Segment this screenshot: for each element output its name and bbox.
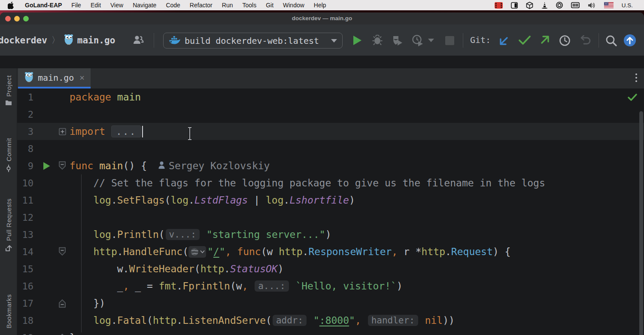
token-plain xyxy=(290,280,296,292)
run-button[interactable] xyxy=(351,34,364,47)
menu-item-window[interactable]: Window xyxy=(278,2,309,9)
code-with-me-users-icon[interactable] xyxy=(132,35,144,47)
sidebar-item-label: Bookmarks xyxy=(5,294,12,329)
token-pkg: http xyxy=(422,246,445,257)
token-kw: nil xyxy=(425,315,443,326)
token-strlink: :8000 xyxy=(319,315,349,326)
code-line-19[interactable]: 19} xyxy=(17,329,644,335)
run-configuration-select[interactable]: build dockerdev-web:latest xyxy=(163,33,343,49)
keyboard-battery-icon[interactable] xyxy=(571,2,580,8)
window-titlebar[interactable]: dockerdev — main.go xyxy=(0,12,644,24)
line-number: 16 xyxy=(17,281,38,292)
vlc-cone-icon[interactable] xyxy=(541,2,548,9)
code-line-13[interactable]: 13 log.Println(v...: "starting server...… xyxy=(17,226,644,243)
open-in-browser-icon[interactable] xyxy=(188,246,206,258)
code-line-3[interactable]: 3import ... xyxy=(17,123,644,140)
code-line-2[interactable]: 2 xyxy=(17,106,644,123)
volume-icon[interactable] xyxy=(588,2,596,9)
display-icon[interactable] xyxy=(511,2,518,9)
token-plain xyxy=(419,315,425,326)
code-editor[interactable]: 1package main23import ...89func main() {… xyxy=(17,88,644,335)
token-plain: w. xyxy=(70,263,129,274)
breadcrumb-file[interactable]: main.go xyxy=(77,35,115,46)
code-line-8[interactable]: 8 xyxy=(17,140,644,157)
git-commit-button[interactable] xyxy=(518,34,531,47)
menu-item-tools[interactable]: Tools xyxy=(237,2,261,9)
token-kw: package xyxy=(70,91,111,103)
menu-item-help[interactable]: Help xyxy=(309,2,331,9)
mouse-ibeam-cursor xyxy=(186,127,193,142)
code-text: log.Println(v...: "starting server...") xyxy=(70,229,331,240)
sidebar-item-project[interactable]: Project xyxy=(0,75,17,125)
menu-item-navigate[interactable]: Navigate xyxy=(128,2,161,9)
code-line-16[interactable]: 16 _, _ = fmt.Fprintln(w, a...: `Hello, … xyxy=(17,277,644,295)
ide-update-available-button[interactable] xyxy=(623,34,636,47)
code-line-1[interactable]: 1package main xyxy=(17,88,644,106)
sidebar-item-pull-requests[interactable]: Pull Requests xyxy=(0,198,17,279)
git-update-project-button[interactable] xyxy=(498,34,511,47)
code-line-18[interactable]: 18 log.Fatal(http.ListenAndServe(addr: "… xyxy=(17,312,644,329)
rollback-button[interactable] xyxy=(579,34,592,47)
run-main-gutter-icon[interactable] xyxy=(38,161,55,171)
token-fn: Println xyxy=(117,229,159,240)
code-author-inlay[interactable]: Sergey Kozlovskiy xyxy=(158,160,270,171)
profiler-button[interactable] xyxy=(411,34,424,47)
docker-box-icon[interactable] xyxy=(526,2,533,9)
token-plain: ( xyxy=(165,195,171,206)
power-ring-icon[interactable] xyxy=(556,2,563,9)
profiler-chevron-icon[interactable] xyxy=(427,34,435,47)
run-with-coverage-button[interactable] xyxy=(391,34,404,47)
code-line-11[interactable]: 11 log.SetFlags(log.LstdFlags | log.Lsho… xyxy=(17,192,644,209)
menu-item-refactor[interactable]: Refactor xyxy=(185,2,217,9)
fold-up-gutter-icon[interactable] xyxy=(55,298,70,308)
menu-item-git[interactable]: Git xyxy=(261,2,278,9)
chevron-down-icon xyxy=(331,39,337,43)
menu-item-run[interactable]: Run xyxy=(217,2,238,9)
search-everywhere-button[interactable] xyxy=(605,34,617,47)
code-line-14[interactable]: 14 http.HandleFunc("/", func(w http.Resp… xyxy=(17,243,644,260)
local-history-button[interactable] xyxy=(558,34,571,47)
us-flag-icon[interactable] xyxy=(604,2,614,8)
token-plain: . xyxy=(224,263,230,274)
input-source-label[interactable]: U.S. xyxy=(622,2,633,9)
token-str: " xyxy=(219,246,225,257)
sidebar-item-commit[interactable]: Commit xyxy=(0,138,17,181)
code-line-9[interactable]: 9func main() {Sergey Kozlovskiy xyxy=(17,157,644,174)
folded-imports-chip[interactable]: ... xyxy=(111,125,141,137)
token-comma: , xyxy=(225,246,231,257)
menu-item-view[interactable]: View xyxy=(106,2,128,9)
screen-record-icon[interactable] xyxy=(495,2,503,9)
stop-button[interactable] xyxy=(443,34,456,47)
editor-scrollbar[interactable] xyxy=(639,111,643,335)
code-line-12[interactable]: 12 xyxy=(17,209,644,226)
token-const: LstdFlags xyxy=(194,195,248,206)
tab-close-icon[interactable]: × xyxy=(79,73,85,82)
token-plain: . xyxy=(111,315,117,326)
line-number: 19 xyxy=(17,332,38,335)
git-push-button[interactable] xyxy=(538,34,551,47)
run-configuration-name: build dockerdev-web:latest xyxy=(185,36,327,46)
parameter-hint-inlay: a...: xyxy=(255,280,289,292)
code-line-15[interactable]: 15 w.WriteHeader(http.StatusOK) xyxy=(17,260,644,277)
token-pkg: http xyxy=(93,246,117,257)
menu-item-edit[interactable]: Edit xyxy=(86,2,106,9)
menu-item-code[interactable]: Code xyxy=(161,2,185,9)
token-plain: ( xyxy=(194,263,200,274)
token-kw: func xyxy=(70,160,93,171)
fold-plus-gutter-icon[interactable] xyxy=(55,128,70,135)
fold-up-gutter-icon[interactable] xyxy=(55,333,70,335)
inspection-ok-icon[interactable] xyxy=(628,94,637,103)
sidebar-item-bookmarks[interactable]: Bookmarks xyxy=(0,294,17,335)
menu-item-file[interactable]: File xyxy=(67,2,86,9)
macos-menubar: GoLand-EAPFileEditViewNavigateCodeRefact… xyxy=(0,0,644,10)
debug-button[interactable] xyxy=(371,34,384,47)
fold-down-gutter-icon[interactable] xyxy=(55,247,70,256)
breadcrumb-project[interactable]: dockerdev xyxy=(0,35,47,46)
code-line-17[interactable]: 17 }) xyxy=(17,295,644,312)
tab-main-go[interactable]: main.go × xyxy=(18,68,91,88)
code-line-10[interactable]: 10 // Set the flags for the logging pack… xyxy=(17,174,644,192)
tab-options-kebab-icon[interactable] xyxy=(632,73,641,84)
fold-down-gutter-icon[interactable] xyxy=(55,161,70,171)
menu-item-goland-eap[interactable]: GoLand-EAP xyxy=(20,2,67,9)
apple-logo-icon[interactable] xyxy=(8,2,14,9)
